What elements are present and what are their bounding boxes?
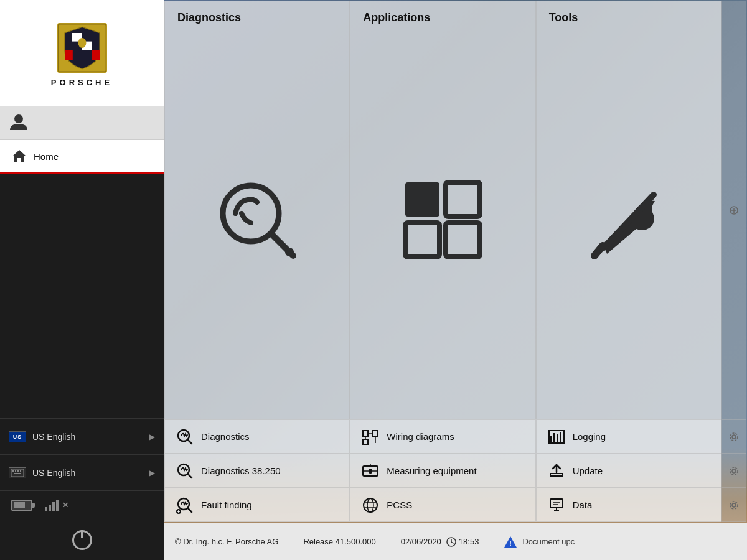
list-diagnostics2[interactable]: Diagnostics 38.250 [164,454,350,488]
svg-point-5 [78,38,86,48]
svg-point-10 [14,114,23,123]
sidebar: PORSCHE Home US US English ▶ [0,0,164,560]
diagnostics-list-icon [176,428,194,446]
list-data-label: Data [573,500,593,510]
svg-line-25 [594,246,603,256]
list-diagnostics2-label: Diagnostics 38.250 [201,465,281,476]
svg-rect-31 [363,431,368,437]
home-icon [11,148,27,164]
card-applications[interactable]: Applications [350,1,535,419]
svg-rect-15 [20,470,21,472]
signal-x-icon: ✕ [62,501,68,510]
applications-header: Applications [363,11,430,24]
svg-rect-33 [363,439,368,444]
update-icon [548,462,565,480]
list-measuring[interactable]: Measuring equipment [350,454,535,488]
list-data[interactable]: Data [536,488,721,522]
list-fault-label: Fault finding [201,500,252,510]
svg-rect-7 [65,55,73,60]
power-button[interactable] [0,520,164,560]
gear-icon-2 [729,466,739,476]
svg-rect-8 [92,50,100,55]
svg-rect-38 [550,436,552,442]
gear-icon-3 [729,500,739,510]
main-content: Diagnostics Applications [164,0,747,560]
svg-rect-40 [557,434,558,442]
cards-grid: Diagnostics Applications [164,0,747,523]
sidebar-lang1[interactable]: US US English ▶ [0,418,164,454]
list-update[interactable]: Update [536,454,721,488]
svg-text:!: ! [510,539,512,547]
time-text: 18:53 [459,537,479,546]
status-clock: 18:53 [446,537,479,547]
svg-rect-23 [446,223,480,257]
list-wiring[interactable]: Wiring diagrams [350,419,535,454]
svg-rect-21 [446,182,480,217]
diagnostics-icon-center [177,30,337,409]
sidebar-logo: PORSCHE [0,0,164,106]
alert-text: Document upc [522,537,575,546]
svg-rect-53 [550,474,563,476]
svg-rect-49 [369,469,372,474]
list-diagnostics1[interactable]: Diagnostics [164,419,350,454]
power-icon [72,530,92,550]
porsche-crest-icon [57,23,107,73]
lang2-label: US English [32,468,149,478]
svg-point-42 [732,435,736,439]
lang2-arrow: ▶ [149,469,155,477]
svg-point-19 [285,248,294,256]
card-extra-top[interactable] [721,1,746,419]
scroll-indicator-icon [729,205,739,215]
flag-icon-1: US [9,431,26,442]
tools-icon-center [549,30,708,409]
list-extra-1[interactable] [721,419,746,454]
list-pcss[interactable]: PCSS [350,488,535,522]
svg-rect-65 [550,499,563,508]
svg-line-30 [188,440,192,444]
list-update-label: Update [573,465,603,476]
diagnostics2-icon [176,462,194,480]
svg-rect-20 [405,182,439,217]
svg-rect-39 [553,433,555,442]
svg-point-43 [730,433,738,441]
list-diagnostics1-label: Diagnostics [201,431,250,442]
sidebar-lang2[interactable]: US English ▶ [0,454,164,490]
applications-grid-icon [399,176,486,263]
lang1-label: US English [32,432,149,442]
svg-rect-6 [65,50,73,55]
pcss-globe-icon [362,497,379,514]
card-diagnostics[interactable]: Diagnostics [164,1,350,419]
wiring-diagram-icon [362,428,379,446]
svg-point-55 [730,467,738,475]
svg-rect-41 [560,432,561,442]
diagnostics-magnifier-icon [214,176,301,263]
svg-rect-32 [373,431,378,437]
list-fault[interactable]: Fault finding [164,488,350,522]
keyboard-icon [9,467,26,478]
fault-finding-icon [176,497,194,514]
svg-rect-12 [12,470,14,472]
card-tools[interactable]: Tools [536,1,721,419]
sidebar-user-row [0,106,164,140]
svg-rect-13 [15,470,16,472]
svg-rect-9 [92,55,100,60]
svg-rect-14 [17,470,19,472]
diagnostics-header: Diagnostics [177,11,241,24]
list-extra-3[interactable] [721,488,746,522]
svg-point-70 [732,503,736,507]
svg-point-62 [367,498,374,512]
svg-rect-22 [405,223,439,257]
svg-point-54 [732,469,736,473]
sidebar-home-item[interactable]: Home [0,140,164,174]
tools-wrench-icon [585,176,672,263]
tools-header: Tools [549,11,578,24]
svg-rect-16 [14,473,21,474]
clock-icon [446,537,456,547]
list-pcss-label: PCSS [387,500,412,510]
user-icon [9,113,29,133]
home-label: Home [34,151,59,162]
list-extra-2[interactable] [721,454,746,488]
list-logging[interactable]: Logging [536,419,721,454]
svg-line-74 [451,542,453,543]
sidebar-spacer [0,174,164,418]
